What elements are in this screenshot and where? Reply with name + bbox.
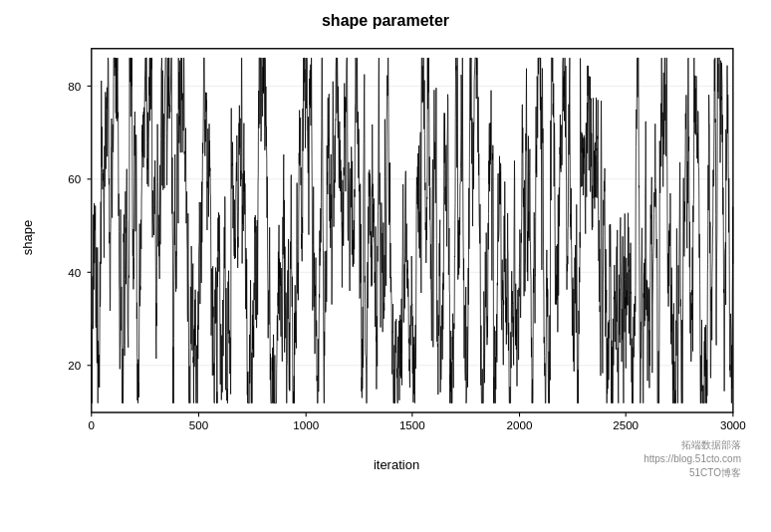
- svg-text:40: 40: [68, 265, 81, 278]
- chart-svg: 80 60 40 20 0 500: [39, 38, 754, 455]
- svg-wrapper: 80 60 40 20 0 500: [39, 38, 754, 455]
- svg-text:80: 80: [68, 80, 81, 93]
- watermark: 拓端数据部落 https://blog.51cto.com 51CTO博客: [643, 438, 741, 480]
- svg-text:0: 0: [89, 418, 96, 431]
- y-axis-label: shape: [17, 48, 39, 426]
- svg-text:20: 20: [68, 359, 81, 372]
- svg-text:1500: 1500: [399, 418, 425, 431]
- svg-text:500: 500: [189, 418, 209, 431]
- svg-text:60: 60: [68, 172, 81, 185]
- svg-text:2500: 2500: [613, 418, 639, 431]
- plot-area: 80 60 40 20 0 500: [39, 38, 754, 476]
- chart-title: shape parameter: [322, 12, 449, 30]
- svg-text:3000: 3000: [720, 418, 746, 431]
- svg-text:1000: 1000: [293, 418, 319, 431]
- chart-container: shape parameter shape: [0, 0, 771, 532]
- svg-text:2000: 2000: [507, 418, 533, 431]
- chart-area: shape: [17, 38, 754, 476]
